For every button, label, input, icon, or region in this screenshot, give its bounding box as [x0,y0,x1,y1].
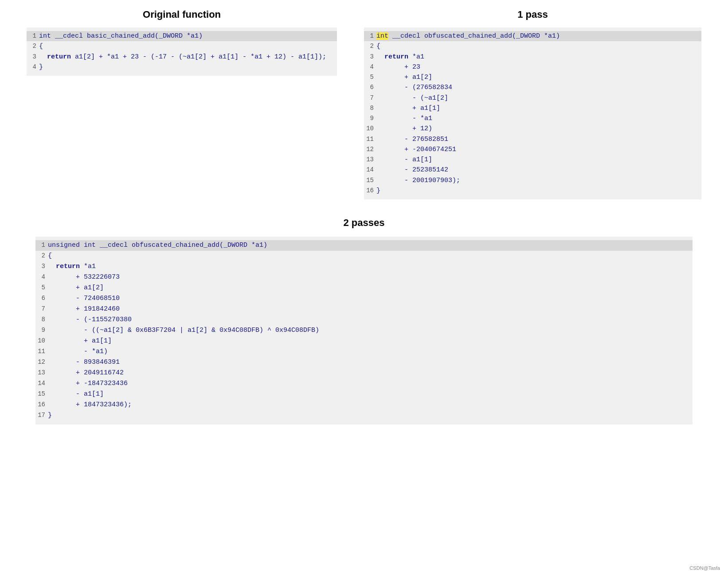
line-number: 9 [364,114,376,124]
line-content: } [39,62,43,72]
line-content: + -2040674251 [376,144,456,155]
code-line: 9 - *a1 [364,113,701,124]
line-content: - (276582834 [376,82,452,93]
code-line: 10 + 12) [364,124,701,134]
line-number: 4 [364,62,376,72]
code-line: 1 int __cdecl obfuscated_chained_add(_DW… [364,31,701,41]
line-content: - a1[1] [376,155,432,165]
pass2-title: 2 passes [35,217,693,229]
line-content: - 276582851 [376,134,448,144]
code-line: 15 - a1[1] [35,389,693,400]
code-line: 2 { [364,41,701,51]
line-number: 14 [364,165,376,175]
code-line: 1 unsigned int __cdecl obfuscated_chaine… [35,240,693,251]
code-line: 7 + 191842460 [35,304,693,315]
line-content: + a1[2] [48,283,104,293]
line-content: - *a1 [376,113,432,124]
line-content: { [376,41,380,51]
line-content: } [376,186,380,196]
code-line: 1 int __cdecl basic_chained_add(_DWORD *… [27,31,337,41]
line-number: 2 [35,251,48,261]
line-content: - *a1) [48,346,108,357]
line-number: 8 [364,104,376,113]
pass2-code: 1 unsigned int __cdecl obfuscated_chaine… [35,237,693,424]
line-content: + -1847323436 [48,378,128,389]
line-number: 5 [364,73,376,82]
original-function-title: Original function [27,9,337,20]
code-line: 17 } [35,410,693,421]
line-content: - (-1155270380 [48,315,132,325]
line-content: + 23 [376,62,420,72]
line-number: 1 [27,31,39,41]
line-number: 12 [35,357,48,367]
line-content: - ((~a1[2] & 0x6B3F7204 | a1[2] & 0x94C0… [48,325,319,336]
line-number: 13 [364,155,376,165]
code-line: 3 return a1[2] + *a1 + 23 - (-17 - (~a1[… [27,52,337,62]
code-line: 2 { [27,41,337,51]
code-line: 6 - 724068510 [35,293,693,304]
line-content: + a1[2] [376,72,432,82]
line-number: 9 [35,325,48,335]
code-line: 15 - 2001907903); [364,175,701,186]
code-line: 7 - (~a1[2] [364,93,701,103]
pass1-title: 1 pass [364,9,701,20]
pass1-code: 1 int __cdecl obfuscated_chained_add(_DW… [364,27,701,199]
code-line: 4 + 23 [364,62,701,72]
code-line: 6 - (276582834 [364,82,701,93]
line-number: 8 [35,315,48,324]
code-line: 8 + a1[1] [364,103,701,113]
code-line: 3 return *a1 [35,261,693,272]
line-number: 3 [35,261,48,271]
line-content: + 1847323436); [48,400,132,410]
line-number: 16 [364,186,376,196]
line-number: 4 [27,62,39,72]
code-line: 13 + 2049116742 [35,368,693,378]
line-content: return a1[2] + *a1 + 23 - (-17 - (~a1[2]… [39,52,326,62]
line-number: 1 [35,240,48,250]
line-number: 2 [364,42,376,51]
code-line: 8 - (-1155270380 [35,315,693,325]
code-line: 5 + a1[2] [35,283,693,293]
line-content: - 893846391 [48,357,120,368]
code-line: 11 - 276582851 [364,134,701,144]
code-line: 4 } [27,62,337,72]
code-line: 4 + 532226073 [35,272,693,283]
line-number: 17 [35,410,48,420]
code-line: 11 - *a1) [35,346,693,357]
watermark-text: CSDN@Tasfa [689,565,720,571]
line-content: + 2049116742 [48,368,124,378]
line-content: return *a1 [376,52,424,62]
line-content: - a1[1] [48,389,104,400]
line-number: 16 [35,400,48,409]
original-function-code: 1 int __cdecl basic_chained_add(_DWORD *… [27,27,337,76]
line-content: + 532226073 [48,272,120,283]
line-content: return *a1 [48,261,96,272]
line-number: 4 [35,272,48,282]
line-content: { [39,41,43,51]
line-number: 7 [364,93,376,103]
code-line: 9 - ((~a1[2] & 0x6B3F7204 | a1[2] & 0x94… [35,325,693,336]
code-line: 3 return *a1 [364,52,701,62]
line-number: 13 [35,368,48,378]
line-content: int __cdecl obfuscated_chained_add(_DWOR… [376,31,560,41]
code-line: 5 + a1[2] [364,72,701,82]
line-content: - 252385142 [376,165,448,175]
line-number: 11 [364,135,376,144]
line-number: 15 [35,389,48,399]
line-number: 3 [27,52,39,62]
code-line: 2 { [35,251,693,261]
line-content: } [48,410,52,421]
line-number: 14 [35,378,48,388]
line-number: 10 [35,336,48,346]
line-content: + 12) [376,124,432,134]
code-line: 10 + a1[1] [35,336,693,346]
line-number: 1 [364,31,376,41]
line-content: + 191842460 [48,304,120,315]
line-content: - 724068510 [48,293,120,304]
line-content: - (~a1[2] [376,93,448,103]
line-content: + a1[1] [376,103,440,113]
line-content: { [48,251,52,261]
code-line: 16 + 1847323436); [35,400,693,410]
line-number: 6 [364,83,376,93]
line-number: 5 [35,283,48,292]
